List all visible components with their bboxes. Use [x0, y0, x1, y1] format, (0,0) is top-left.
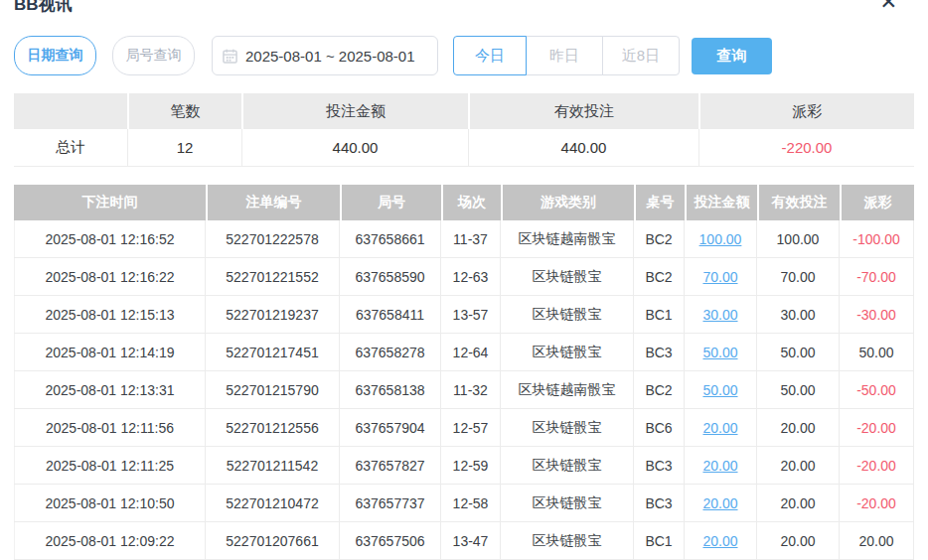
summary-total-row: 总计 12 440.00 440.00 -220.00	[14, 129, 914, 167]
session-cell: 13-47	[441, 522, 501, 559]
header-game-type: 游戏类别	[501, 185, 634, 220]
summary-header-count: 笔数	[127, 93, 241, 129]
bet-records-table: 下注时间注单编号局号场次游戏类别桌号投注金额有效投注派彩 2025-08-01 …	[14, 185, 914, 560]
session-cell: 11-37	[441, 220, 501, 257]
bet-amount-link[interactable]: 70.00	[685, 258, 757, 295]
game-type-cell: 区块链骰宝	[501, 334, 634, 370]
order-no-cell: 522701217451	[206, 334, 340, 370]
today-button[interactable]: 今日	[453, 36, 527, 75]
date-range-value: 2025-08-01 ~ 2025-08-01	[245, 48, 415, 65]
summary-total-bet-amount: 440.00	[241, 129, 468, 166]
page-title: BB视讯	[14, 0, 73, 16]
bet-time-cell: 2025-08-01 12:13:31	[14, 371, 206, 408]
quick-date-button-group: 今日 昨日 近8日	[453, 36, 680, 75]
header-round-no: 局号	[340, 185, 441, 220]
table-no-cell: BC3	[634, 334, 685, 370]
summary-total-count: 12	[127, 129, 241, 166]
order-no-cell: 522701212556	[206, 409, 340, 446]
session-cell: 11-32	[441, 371, 501, 408]
summary-header-valid-bet: 有效投注	[468, 93, 698, 129]
summary-total-label: 总计	[14, 129, 127, 166]
payout-cell: -20.00	[840, 447, 914, 484]
close-icon[interactable]: ✕	[879, 0, 897, 12]
tab-date-query[interactable]: 日期查询	[14, 36, 96, 75]
summary-header-payout: 派彩	[698, 93, 914, 129]
order-no-cell: 522701219237	[206, 296, 340, 333]
table-no-cell: BC1	[634, 296, 685, 333]
table-row: 2025-08-01 12:09:22522701207661637657506…	[14, 522, 914, 560]
search-button[interactable]: 查询	[692, 38, 772, 74]
bet-time-cell: 2025-08-01 12:11:56	[14, 409, 206, 446]
bet-table-header-row: 下注时间注单编号局号场次游戏类别桌号投注金额有效投注派彩	[14, 185, 914, 220]
payout-cell: -70.00	[840, 258, 914, 295]
bet-time-cell: 2025-08-01 12:09:22	[14, 522, 206, 559]
table-no-cell: BC2	[634, 220, 685, 257]
bet-time-cell: 2025-08-01 12:16:52	[14, 220, 206, 257]
summary-header-blank	[14, 93, 127, 129]
last-8-days-button[interactable]: 近8日	[602, 36, 680, 75]
session-cell: 12-59	[441, 447, 501, 484]
summary-table: 笔数 投注金额 有效投注 派彩 总计 12 440.00 440.00 -220…	[14, 93, 914, 167]
round-no-cell: 637658661	[340, 220, 441, 257]
table-row: 2025-08-01 12:11:25522701211542637657827…	[14, 447, 914, 485]
summary-header-row: 笔数 投注金额 有效投注 派彩	[14, 93, 914, 129]
table-row: 2025-08-01 12:14:19522701217451637658278…	[14, 334, 914, 371]
valid-bet-cell: 20.00	[757, 522, 840, 559]
header-session: 场次	[441, 185, 501, 220]
round-no-cell: 637658411	[340, 296, 441, 333]
table-row: 2025-08-01 12:16:52522701222578637658661…	[14, 220, 914, 258]
order-no-cell: 522701207661	[206, 522, 340, 559]
bet-amount-link[interactable]: 50.00	[685, 371, 757, 408]
round-no-cell: 637657827	[340, 447, 441, 484]
summary-total-valid-bet: 440.00	[468, 129, 698, 166]
payout-cell: 50.00	[840, 334, 914, 370]
table-no-cell: BC3	[634, 485, 685, 521]
valid-bet-cell: 70.00	[757, 258, 840, 295]
date-range-picker[interactable]: 2025-08-01 ~ 2025-08-01	[212, 36, 438, 75]
session-cell: 12-64	[441, 334, 501, 370]
header-valid-bet: 有效投注	[757, 185, 840, 220]
bet-amount-link[interactable]: 20.00	[685, 409, 757, 446]
payout-cell: -50.00	[840, 371, 914, 408]
yesterday-button[interactable]: 昨日	[526, 36, 603, 75]
bet-table-body: 2025-08-01 12:16:52522701222578637658661…	[14, 220, 914, 560]
valid-bet-cell: 50.00	[757, 371, 840, 408]
summary-total-payout: -220.00	[698, 129, 914, 166]
bet-amount-link[interactable]: 100.00	[685, 220, 757, 257]
round-no-cell: 637658278	[340, 334, 441, 370]
order-no-cell: 522701210472	[206, 485, 340, 521]
round-no-cell: 637657737	[340, 485, 441, 521]
header-order-no: 注单编号	[206, 185, 340, 220]
header-payout: 派彩	[840, 185, 914, 220]
bet-amount-link[interactable]: 20.00	[685, 522, 757, 559]
valid-bet-cell: 20.00	[757, 485, 840, 521]
header-bet-amount: 投注金额	[685, 185, 757, 220]
table-row: 2025-08-01 12:13:31522701215790637658138…	[14, 371, 914, 409]
bet-amount-link[interactable]: 20.00	[685, 447, 757, 484]
bet-amount-link[interactable]: 20.00	[685, 485, 757, 521]
session-cell: 13-57	[441, 296, 501, 333]
bet-time-cell: 2025-08-01 12:16:22	[14, 258, 206, 295]
payout-cell: 20.00	[840, 522, 914, 559]
payout-cell: -100.00	[840, 220, 914, 257]
session-cell: 12-63	[441, 258, 501, 295]
table-no-cell: BC3	[634, 447, 685, 484]
valid-bet-cell: 20.00	[757, 447, 840, 484]
game-type-cell: 区块链骰宝	[501, 409, 634, 446]
table-no-cell: BC2	[634, 258, 685, 295]
game-type-cell: 区块链骰宝	[501, 447, 634, 484]
game-type-cell: 区块链骰宝	[501, 522, 634, 559]
payout-cell: -30.00	[840, 296, 914, 333]
calendar-icon	[223, 49, 237, 64]
valid-bet-cell: 20.00	[757, 409, 840, 446]
order-no-cell: 522701215790	[206, 371, 340, 408]
order-no-cell: 522701222578	[206, 220, 340, 257]
table-no-cell: BC6	[634, 409, 685, 446]
game-type-cell: 区块链骰宝	[501, 296, 634, 333]
tab-round-query[interactable]: 局号查询	[112, 36, 195, 75]
game-type-cell: 区块链越南骰宝	[501, 371, 634, 408]
bet-amount-link[interactable]: 50.00	[685, 334, 757, 370]
table-no-cell: BC1	[634, 522, 685, 559]
summary-header-bet-amount: 投注金额	[241, 93, 468, 129]
bet-amount-link[interactable]: 30.00	[685, 296, 757, 333]
